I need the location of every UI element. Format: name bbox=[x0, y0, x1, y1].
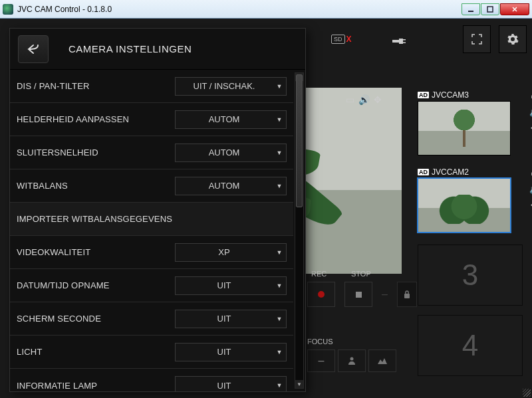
dropdown-videokwaliteit[interactable]: XP▼ bbox=[175, 243, 287, 262]
cam-badge: AD bbox=[418, 92, 429, 98]
dropdown-schermseconde[interactable]: UIT▼ bbox=[175, 310, 287, 328]
setting-row-datumtijd: DATUM/TIJD OPNAME UIT▼ bbox=[10, 269, 293, 302]
chevron-down-icon: ▼ bbox=[273, 316, 286, 322]
dropdown-dis-pan-tilter[interactable]: UIT / INSCHAK.▼ bbox=[175, 77, 287, 96]
scroll-down-arrow[interactable]: ▼ bbox=[295, 380, 303, 388]
camera-thumbnail[interactable] bbox=[418, 101, 511, 155]
setting-row-witbalans: WITBALANS AUTOM▼ bbox=[10, 169, 293, 203]
dropdown-witbalans[interactable]: AUTOM▼ bbox=[175, 177, 287, 195]
panel-title: CAMERA INSTELLINGEN bbox=[68, 43, 192, 54]
record-button[interactable] bbox=[307, 282, 335, 307]
back-button[interactable] bbox=[18, 35, 49, 63]
chevron-down-icon: ▼ bbox=[273, 249, 286, 256]
settings-gear-button[interactable] bbox=[499, 25, 527, 53]
svg-rect-0 bbox=[468, 11, 473, 12]
setting-row-videokwaliteit: VIDEOKWALITEIT XP▼ bbox=[10, 236, 293, 269]
chevron-down-icon: ▼ bbox=[273, 282, 286, 289]
camera-tile[interactable]: AD JVCCAM3 ▭ 🔊 ✥ bbox=[418, 90, 525, 155]
window-maximize-button[interactable] bbox=[481, 3, 499, 15]
dropdown-sluitersnelheid[interactable]: AUTOM▼ bbox=[175, 144, 287, 162]
cam-name: JVCCAM2 bbox=[432, 167, 469, 177]
camera-tile[interactable]: AD JVCCAM2 ▭ 🔊 ✥ bbox=[418, 167, 525, 233]
camera-list: AD JVCCAM3 ▭ 🔊 ✥ AD JVCCAM2 ▭ 🔊 bbox=[418, 90, 525, 385]
window-close-button[interactable] bbox=[500, 3, 529, 15]
move-icon: ✥ bbox=[374, 94, 382, 105]
dropdown-helderheid[interactable]: AUTOM▼ bbox=[175, 110, 287, 129]
window-titlebar: JVC CAM Control - 0.1.8.0 bbox=[0, 0, 532, 19]
dropdown-datumtijd[interactable]: UIT▼ bbox=[175, 276, 287, 295]
chevron-down-icon: ▼ bbox=[273, 116, 286, 123]
move-icon: ✥ bbox=[528, 199, 532, 211]
rec-label: REC bbox=[311, 270, 327, 278]
camera-thumbnail[interactable] bbox=[418, 178, 511, 233]
app-icon bbox=[3, 4, 13, 15]
svg-rect-6 bbox=[404, 294, 410, 298]
setting-row-schermseconde: SCHERM SECONDE UIT▼ bbox=[10, 302, 293, 336]
speaker-icon: 🔊 bbox=[358, 94, 370, 105]
lock-button[interactable] bbox=[397, 282, 417, 307]
focus-mountain-button[interactable] bbox=[368, 349, 396, 372]
focus-label: FOCUS bbox=[307, 338, 396, 346]
camera-slot-4[interactable]: 4 bbox=[418, 315, 523, 376]
chevron-down-icon: ▼ bbox=[273, 149, 286, 156]
camera-slot-3[interactable]: 3 bbox=[418, 245, 523, 306]
camera-settings-panel: CAMERA INSTELLINGEN DIS / PAN-TILTER UIT… bbox=[9, 28, 306, 392]
chevron-down-icon: ▼ bbox=[273, 83, 286, 90]
speaker-icon: 🔊 bbox=[528, 106, 532, 118]
dropdown-informatielamp[interactable]: UIT▼ bbox=[175, 376, 287, 391]
setting-row-licht: LICHT UIT▼ bbox=[10, 336, 293, 369]
setting-row-informatielamp: INFORMATIE LAMP UIT▼ bbox=[10, 369, 293, 391]
film-icon: ▭ bbox=[528, 167, 532, 179]
chevron-down-icon: ▼ bbox=[273, 183, 286, 189]
settings-scrollbar[interactable]: ▲ ▼ bbox=[295, 72, 304, 389]
setting-row-sluitersnelheid: SLUITERSNELHEID AUTOM▼ bbox=[10, 136, 293, 169]
dropdown-licht[interactable]: UIT▼ bbox=[175, 343, 287, 361]
scroll-thumb[interactable] bbox=[296, 74, 303, 207]
move-icon: ✥ bbox=[528, 122, 532, 134]
film-icon: ▭ bbox=[528, 90, 532, 102]
fullscreen-button[interactable] bbox=[463, 25, 491, 53]
speaker-icon: 🔊 bbox=[528, 183, 532, 195]
preview-overlay-icons: ▭ 🔊 ✥ bbox=[346, 94, 382, 105]
window-minimize-button[interactable] bbox=[462, 3, 480, 15]
focus-person-button[interactable] bbox=[338, 349, 366, 372]
stop-label: STOP bbox=[351, 270, 371, 278]
window-title: JVC CAM Control - 0.1.8.0 bbox=[17, 5, 461, 14]
resize-grip[interactable] bbox=[523, 389, 531, 397]
chevron-down-icon: ▼ bbox=[273, 349, 286, 355]
setting-row-helderheid: HELDERHEID AANPASSEN AUTOM▼ bbox=[10, 103, 293, 136]
focus-controls: FOCUS – bbox=[307, 338, 396, 372]
settings-list: DIS / PAN-TILTER UIT / INSCHAK.▼ HELDERH… bbox=[10, 70, 293, 391]
setting-row-import-witbalans[interactable]: IMPORTEER WITBALANSGEGEVENS bbox=[10, 203, 293, 236]
record-controls: REC STOP – bbox=[307, 282, 417, 307]
app-body: SD X ▭ 🔊 ✥ REC STOP – FOCUS – bbox=[0, 19, 532, 398]
focus-minus-button[interactable]: – bbox=[307, 349, 335, 372]
stop-button[interactable] bbox=[344, 282, 372, 307]
svg-rect-1 bbox=[487, 7, 493, 12]
film-icon: ▭ bbox=[346, 94, 354, 105]
svg-point-7 bbox=[350, 357, 354, 361]
cam-name: JVCCAM3 bbox=[432, 90, 469, 100]
setting-row-dis-pan-tilter: DIS / PAN-TILTER UIT / INSCHAK.▼ bbox=[10, 70, 293, 103]
chevron-down-icon: ▼ bbox=[273, 382, 286, 389]
cam-badge: AD bbox=[418, 169, 429, 175]
